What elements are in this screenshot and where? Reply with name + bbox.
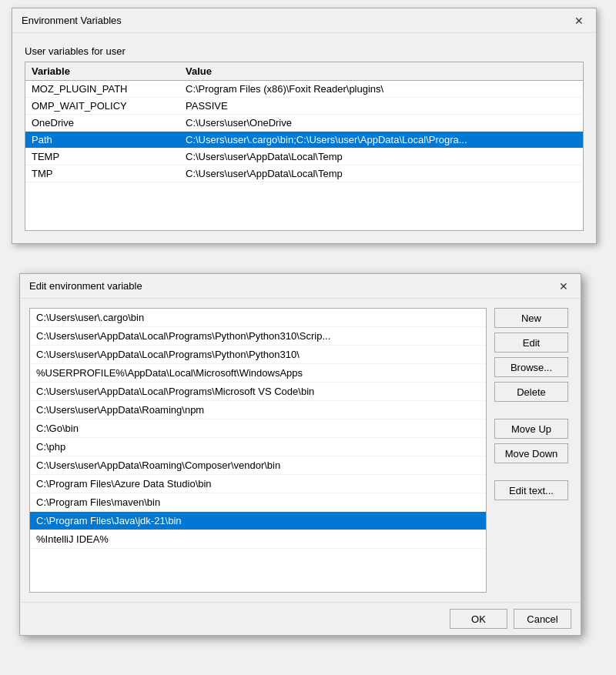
var-name: Path <box>32 134 186 145</box>
env-vars-titlebar: Environment Variables ✕ <box>12 8 596 33</box>
path-item-selected[interactable]: C:\Program Files\Java\jdk-21\bin <box>30 512 486 530</box>
edit-dialog-content: C:\Users\user\.cargo\bin C:\Users\user\A… <box>20 299 581 602</box>
cancel-button[interactable]: Cancel <box>514 609 571 629</box>
table-row[interactable]: TMP C:\Users\user\AppData\Local\Temp <box>25 165 583 182</box>
env-vars-content: User variables for user Variable Value M… <box>12 33 596 243</box>
var-name: OneDrive <box>32 117 186 129</box>
ok-button[interactable]: OK <box>450 609 507 629</box>
path-item[interactable]: C:\Users\user\AppData\Local\Programs\Pyt… <box>30 327 486 346</box>
var-value: C:\Users\user\AppData\Local\Temp <box>186 168 577 179</box>
env-vars-dialog: Environment Variables ✕ User variables f… <box>12 8 597 244</box>
path-item[interactable]: C:\php <box>30 438 486 456</box>
var-name: TMP <box>32 168 186 179</box>
edit-dialog-close-button[interactable]: ✕ <box>556 279 571 294</box>
spacer <box>494 406 571 414</box>
user-section-label: User variables for user <box>25 45 584 57</box>
env-vars-title: Environment Variables <box>22 15 122 26</box>
path-item[interactable]: C:\Users\user\.cargo\bin <box>30 309 486 327</box>
path-item[interactable]: C:\Go\bin <box>30 419 486 438</box>
edit-text-button[interactable]: Edit text... <box>494 480 568 500</box>
edit-dialog-title: Edit environment variable <box>29 280 142 292</box>
edit-buttons-panel: New Edit Browse... Delete Move Up Move D… <box>494 308 571 593</box>
edit-dialog-titlebar: Edit environment variable ✕ <box>20 274 581 299</box>
delete-button[interactable]: Delete <box>494 382 568 402</box>
path-item[interactable]: %USERPROFILE%\AppData\Local\Microsoft\Wi… <box>30 364 486 383</box>
var-value: C:\Users\user\OneDrive <box>186 117 577 129</box>
browse-button[interactable]: Browse... <box>494 357 568 377</box>
table-row[interactable]: OneDrive C:\Users\user\OneDrive <box>25 115 583 132</box>
path-item[interactable]: C:\Users\user\AppData\Local\Programs\Pyt… <box>30 346 486 364</box>
edit-env-dialog: Edit environment variable ✕ C:\Users\use… <box>19 273 581 636</box>
path-list[interactable]: C:\Users\user\.cargo\bin C:\Users\user\A… <box>29 308 487 593</box>
column-value: Value <box>186 65 577 77</box>
var-name: MOZ_PLUGIN_PATH <box>32 83 186 95</box>
path-item[interactable]: C:\Program Files\maven\bin <box>30 493 486 512</box>
table-row-selected[interactable]: Path C:\Users\user\.cargo\bin;C:\Users\u… <box>25 132 583 149</box>
path-item[interactable]: C:\Program Files\Azure Data Studio\bin <box>30 475 486 493</box>
path-item[interactable]: %IntelliJ IDEA% <box>30 530 486 549</box>
edit-button[interactable]: Edit <box>494 332 568 353</box>
env-vars-close-button[interactable]: ✕ <box>571 13 587 28</box>
move-down-button[interactable]: Move Down <box>494 443 568 463</box>
spacer <box>494 468 571 476</box>
table-row[interactable]: TEMP C:\Users\user\AppData\Local\Temp <box>25 149 583 165</box>
var-value: C:\Users\user\.cargo\bin;C:\Users\user\A… <box>186 134 577 145</box>
var-value: PASSIVE <box>186 100 577 112</box>
var-value: C:\Program Files (x86)\Foxit Reader\plug… <box>186 83 577 95</box>
edit-dialog-footer: OK Cancel <box>20 602 581 635</box>
path-item[interactable]: C:\Users\user\AppData\Roaming\npm <box>30 401 486 419</box>
path-item[interactable]: C:\Users\user\AppData\Local\Programs\Mic… <box>30 383 486 401</box>
table-header: Variable Value <box>25 62 583 81</box>
new-button[interactable]: New <box>494 308 568 328</box>
var-name: OMP_WAIT_POLICY <box>32 100 186 112</box>
path-item[interactable]: C:\Users\user\AppData\Roaming\Composer\v… <box>30 456 486 475</box>
table-row[interactable]: OMP_WAIT_POLICY PASSIVE <box>25 98 583 115</box>
var-value: C:\Users\user\AppData\Local\Temp <box>186 151 577 162</box>
table-row[interactable]: MOZ_PLUGIN_PATH C:\Program Files (x86)\F… <box>25 81 583 98</box>
move-up-button[interactable]: Move Up <box>494 419 568 439</box>
column-variable: Variable <box>32 65 186 77</box>
var-name: TEMP <box>32 151 186 162</box>
user-vars-table[interactable]: Variable Value MOZ_PLUGIN_PATH C:\Progra… <box>25 62 584 231</box>
